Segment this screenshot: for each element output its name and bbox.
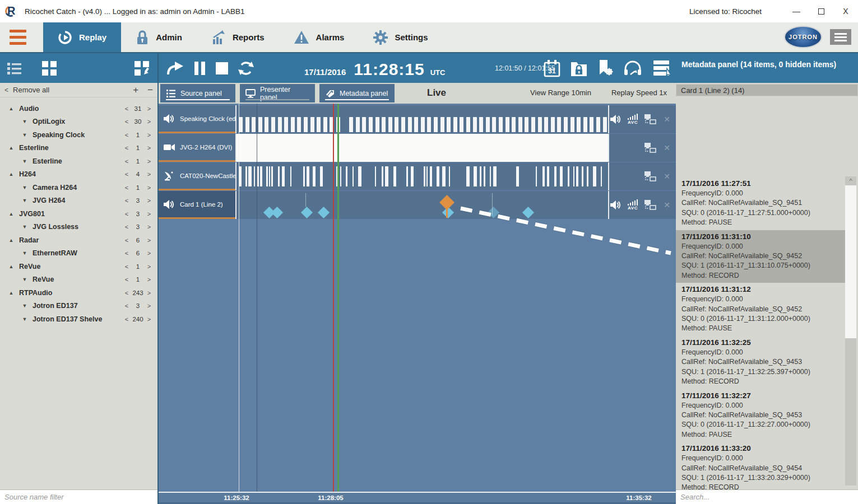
- nav-item-reports[interactable]: Reports: [197, 22, 279, 52]
- metadata-scrollbar[interactable]: ^: [845, 176, 856, 486]
- expand-icon[interactable]: ▼: [21, 158, 28, 164]
- scroll-up-icon[interactable]: ^: [845, 176, 856, 185]
- nav-item-settings[interactable]: Settings: [359, 22, 442, 52]
- timeline-area[interactable]: Speaking Clock (edite...AVC✕JVG-2 H264 (…: [159, 104, 676, 492]
- collapse-icon[interactable]: ▲: [8, 290, 15, 296]
- next-icon[interactable]: >: [145, 132, 153, 138]
- prev-icon[interactable]: <: [123, 250, 131, 256]
- prev-icon[interactable]: <: [123, 132, 131, 138]
- add-source-button[interactable]: +: [133, 85, 138, 96]
- layers-select-icon[interactable]: [652, 59, 671, 77]
- grid-edit-icon[interactable]: [134, 60, 151, 76]
- metadata-entry[interactable]: 17/11/2016 11:32:27FrequencyID: 0.000Cal…: [676, 389, 847, 442]
- network-source-icon[interactable]: [643, 114, 657, 125]
- locked-folder-icon[interactable]: [570, 60, 588, 77]
- event-diamond-marker[interactable]: [488, 207, 499, 218]
- track-label-3[interactable]: CAT020-NewCastle: [159, 162, 235, 190]
- prev-icon[interactable]: <: [123, 144, 131, 151]
- prev-icon[interactable]: <: [123, 237, 131, 244]
- next-icon[interactable]: >: [145, 237, 153, 244]
- prev-icon[interactable]: <: [123, 158, 131, 165]
- close-track-icon[interactable]: ✕: [664, 143, 670, 152]
- track-label-2[interactable]: JVG-2 H264 (DVI): [159, 134, 235, 162]
- network-source-icon[interactable]: [643, 142, 657, 153]
- event-diamond-marker[interactable]: [301, 207, 313, 218]
- prev-icon[interactable]: <: [123, 316, 131, 323]
- tree-item-jotron-ed137[interactable]: ▼Jotron ED137<3>: [0, 300, 157, 313]
- tree-item-camera-h264[interactable]: ▼Camera H264<1>: [0, 181, 157, 194]
- close-track-icon[interactable]: ✕: [664, 172, 670, 181]
- next-icon[interactable]: >: [145, 290, 153, 296]
- expand-icon[interactable]: ▼: [21, 277, 28, 282]
- tab-metadata-panel[interactable]: Metadata panel: [319, 84, 395, 102]
- view-range-label[interactable]: View Range 10min: [530, 88, 591, 97]
- event-diamond-marker[interactable]: [318, 207, 330, 218]
- tab-presenter-panel[interactable]: Presenter panel: [240, 84, 315, 102]
- source-filter-input[interactable]: [0, 490, 157, 504]
- expand-icon[interactable]: ▼: [21, 303, 28, 309]
- expand-icon[interactable]: ▼: [21, 250, 28, 256]
- pause-button-icon[interactable]: [193, 60, 207, 76]
- replay-speed-label[interactable]: Replay Speed 1x: [611, 88, 667, 97]
- next-icon[interactable]: >: [145, 105, 153, 112]
- next-icon[interactable]: >: [145, 316, 153, 323]
- remove-all-button[interactable]: Remove all: [13, 86, 49, 94]
- tree-item-optilogix[interactable]: ▼OptiLogix<30>: [0, 115, 157, 129]
- collapse-icon[interactable]: ▲: [8, 211, 15, 217]
- speaker-icon[interactable]: [610, 114, 622, 125]
- network-source-icon[interactable]: [643, 199, 657, 211]
- grid-view-icon[interactable]: [41, 60, 57, 76]
- expand-icon[interactable]: ▼: [21, 119, 28, 124]
- tree-item-rtpaudio[interactable]: ▲RTPAudio<243>: [0, 286, 157, 300]
- calendar-icon[interactable]: 31: [544, 59, 560, 77]
- prev-icon[interactable]: <: [123, 105, 131, 112]
- bookmark-settings-icon[interactable]: [597, 59, 613, 77]
- prev-icon[interactable]: <: [123, 302, 131, 309]
- collapse-icon[interactable]: ▲: [8, 264, 15, 269]
- minimize-button[interactable]: —: [784, 0, 809, 22]
- time-ruler[interactable]: 11:25:3211:28:0511:35:32: [159, 492, 676, 504]
- prev-icon[interactable]: <: [123, 276, 131, 283]
- tree-item-jvg-lossless[interactable]: ▼JVG Lossless<3>: [0, 221, 157, 234]
- nav-item-replay[interactable]: Replay: [43, 22, 121, 52]
- tree-item-ethernetraw[interactable]: ▼EthernetRAW<6>: [0, 247, 157, 260]
- prev-icon[interactable]: <: [123, 290, 131, 296]
- event-diamond-marker[interactable]: [271, 207, 283, 218]
- tree-item-jvg801[interactable]: ▲JVG801<3>: [0, 207, 157, 221]
- avc-signal-icon[interactable]: AVC: [628, 114, 638, 125]
- refresh-icon[interactable]: [237, 60, 255, 77]
- metadata-entry[interactable]: 17/11/2016 11:31:12FrequencyID: 0.000Cal…: [676, 283, 847, 336]
- remove-source-button[interactable]: −: [147, 85, 153, 96]
- metadata-entry[interactable]: 17/11/2016 11:32:25FrequencyID: 0.000Cal…: [676, 336, 847, 389]
- prev-icon[interactable]: <: [123, 223, 131, 230]
- track-label-1[interactable]: Speaking Clock (edite...: [159, 105, 235, 133]
- tree-item-speaking-clock[interactable]: ▼Speaking Clock<1>: [0, 128, 157, 142]
- listen-headphones-icon[interactable]: [623, 59, 643, 77]
- track-content-4[interactable]: [235, 191, 608, 219]
- track-content-1[interactable]: [235, 105, 608, 133]
- metadata-entry[interactable]: 17/11/2016 11:31:10FrequencyID: 0.000Cal…: [676, 230, 847, 283]
- speaker-icon[interactable]: [610, 199, 622, 211]
- prev-icon[interactable]: <: [123, 197, 131, 204]
- prev-icon[interactable]: <: [123, 263, 131, 270]
- prev-icon[interactable]: <: [123, 118, 131, 125]
- tree-item-jvg-h264[interactable]: ▼JVG H264<3>: [0, 194, 157, 208]
- track-label-4[interactable]: Card 1 (Line 2): [159, 191, 235, 219]
- nav-menu-button[interactable]: [830, 29, 851, 45]
- collapse-sidebar-icon[interactable]: <: [4, 86, 8, 94]
- prev-icon[interactable]: <: [123, 184, 131, 191]
- expand-icon[interactable]: ▼: [21, 224, 28, 230]
- next-icon[interactable]: >: [145, 276, 153, 283]
- tree-item-esterline[interactable]: ▼Esterline<1>: [0, 155, 157, 168]
- next-icon[interactable]: >: [145, 197, 153, 204]
- nav-item-admin[interactable]: Admin: [121, 22, 197, 52]
- expand-icon[interactable]: ▼: [21, 198, 28, 203]
- next-icon[interactable]: >: [145, 250, 153, 256]
- close-track-icon[interactable]: ✕: [664, 115, 670, 124]
- avc-signal-icon[interactable]: AVC: [628, 199, 638, 211]
- network-source-icon[interactable]: [643, 171, 657, 182]
- collapse-icon[interactable]: ▲: [8, 106, 15, 111]
- track-content-2[interactable]: [235, 134, 608, 162]
- metadata-search-input[interactable]: [676, 490, 858, 504]
- next-icon[interactable]: >: [145, 144, 153, 151]
